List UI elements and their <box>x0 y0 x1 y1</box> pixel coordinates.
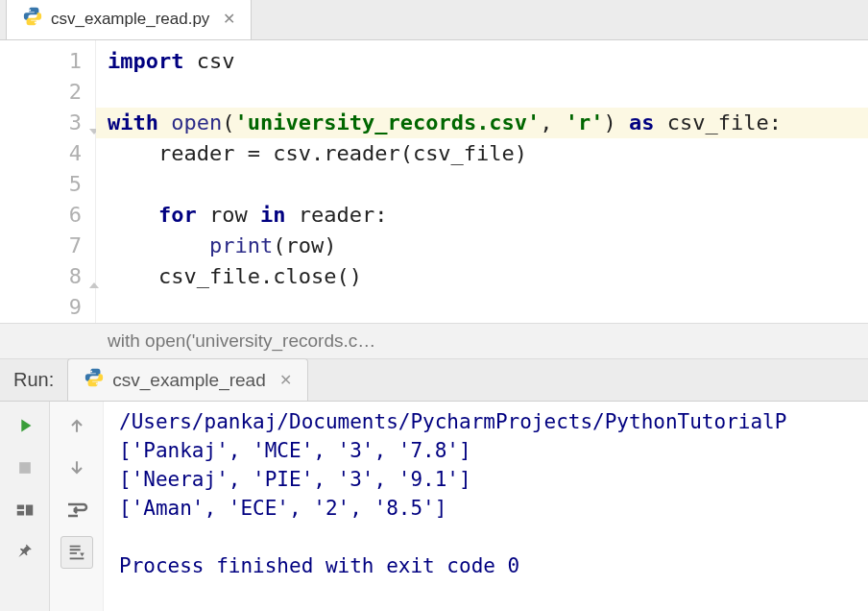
line-number: 5 <box>0 169 82 200</box>
rerun-button[interactable] <box>9 409 41 442</box>
code-line[interactable] <box>108 169 868 200</box>
run-tab[interactable]: csv_example_read ✕ <box>67 358 307 401</box>
layout-icon[interactable] <box>9 494 41 526</box>
close-icon[interactable]: ✕ <box>279 371 292 389</box>
line-number: 7 <box>0 231 82 261</box>
svg-rect-3 <box>25 505 32 516</box>
line-number: 3 <box>0 108 82 138</box>
code-line[interactable] <box>108 77 868 108</box>
console-line: ['Aman', 'ECE', '2', '8.5'] <box>119 494 868 523</box>
console-line: ['Pankaj', 'MCE', '3', '7.8'] <box>119 436 868 465</box>
line-number-gutter: 123456789 <box>0 40 96 323</box>
console-line <box>119 523 868 551</box>
close-icon[interactable]: ✕ <box>223 10 235 28</box>
code-line[interactable]: print(row) <box>108 231 868 261</box>
console-line: ['Neeraj', 'PIE', '3', '9.1'] <box>119 465 868 494</box>
stop-button[interactable] <box>9 452 41 484</box>
console-line: Process finished with exit code 0 <box>119 551 868 580</box>
run-panel-label: Run: <box>0 369 67 391</box>
down-arrow-icon[interactable] <box>60 452 93 484</box>
editor-tab-bar: csv_example_read.py ✕ <box>0 0 868 40</box>
line-number: 1 <box>0 46 82 77</box>
line-number: 4 <box>0 138 82 169</box>
console-output[interactable]: /Users/pankaj/Documents/PycharmProjects/… <box>104 402 868 611</box>
python-file-icon <box>22 6 43 32</box>
svg-rect-2 <box>16 511 23 516</box>
pin-icon[interactable] <box>9 536 41 569</box>
console-line: /Users/pankaj/Documents/PycharmProjects/… <box>119 407 868 436</box>
editor-tab[interactable]: csv_example_read.py ✕ <box>6 0 252 39</box>
code-line[interactable]: import csv <box>108 46 868 77</box>
svg-rect-0 <box>19 462 31 474</box>
scroll-to-end-icon[interactable] <box>60 536 93 569</box>
code-editor[interactable]: 123456789 import csvwith open('universit… <box>0 40 868 323</box>
code-line[interactable]: reader = csv.reader(csv_file) <box>108 138 868 169</box>
line-number: 2 <box>0 77 82 108</box>
code-line[interactable]: for row in reader: <box>108 200 868 231</box>
soft-wrap-icon[interactable] <box>60 494 93 526</box>
run-toolbar-left <box>0 402 50 611</box>
line-number: 8 <box>0 261 82 292</box>
code-content[interactable]: import csvwith open('university_records.… <box>96 40 868 323</box>
code-line[interactable]: csv_file.close() <box>108 261 868 292</box>
breadcrumb-text: with open('university_records.c… <box>108 330 375 352</box>
run-panel: /Users/pankaj/Documents/PycharmProjects/… <box>0 402 868 611</box>
line-number: 9 <box>0 292 82 323</box>
editor-tab-label: csv_example_read.py <box>51 10 209 29</box>
run-tab-label: csv_example_read <box>112 370 265 391</box>
svg-rect-1 <box>16 505 23 510</box>
breadcrumb[interactable]: with open('university_records.c… <box>0 323 868 359</box>
code-line[interactable]: with open('university_records.csv', 'r')… <box>96 108 868 138</box>
up-arrow-icon[interactable] <box>60 409 93 442</box>
run-panel-header: Run: csv_example_read ✕ <box>0 359 868 402</box>
code-line[interactable] <box>108 292 868 323</box>
line-number: 6 <box>0 200 82 231</box>
python-run-icon <box>84 367 105 393</box>
run-toolbar-secondary <box>50 402 104 611</box>
